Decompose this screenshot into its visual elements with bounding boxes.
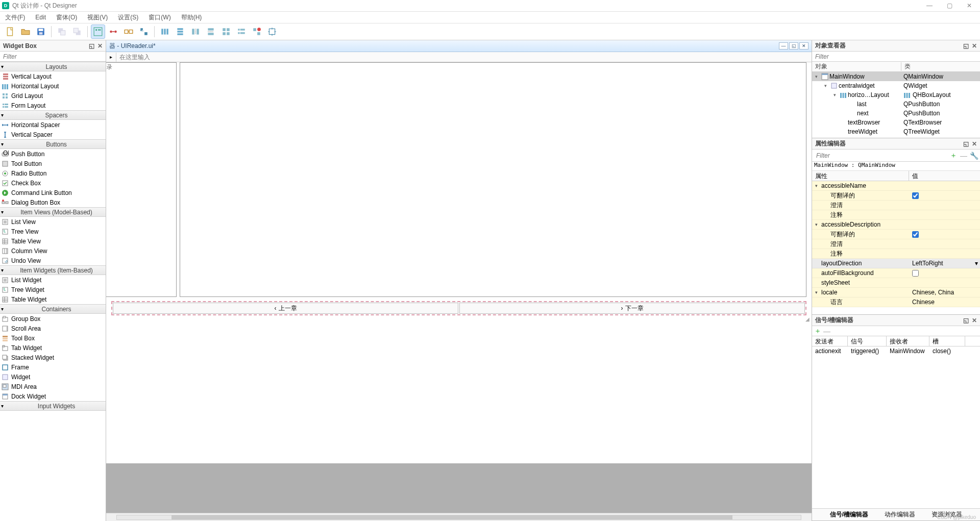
tree-arrow-icon[interactable]: ▾: [834, 92, 839, 97]
bottom-tab[interactable]: 动作编辑器: [883, 509, 917, 520]
edit-taborder-button[interactable]: 1: [137, 24, 151, 39]
chevron-down-icon[interactable]: ▾: [815, 183, 820, 188]
property-row[interactable]: ▾localeChinese, China: [812, 288, 980, 297]
widget-item[interactable]: Frame: [0, 362, 106, 372]
mdi-minimize-button[interactable]: —: [779, 42, 788, 49]
widget-item[interactable]: Column View: [0, 246, 106, 256]
signal-col-sender[interactable]: 发送者: [812, 336, 848, 346]
send-back-button[interactable]: [55, 24, 69, 39]
remove-signal-button[interactable]: —: [823, 327, 830, 335]
add-property-button[interactable]: ＋: [948, 151, 959, 161]
menu-item[interactable]: 帮助(H): [178, 12, 205, 23]
chevron-down-icon[interactable]: ▾: [815, 290, 820, 295]
category-header[interactable]: ▾Buttons: [0, 139, 106, 149]
widget-item[interactable]: Command Link Button: [0, 188, 106, 197]
widget-item[interactable]: Grid Layout: [0, 91, 106, 101]
mdi-close-button[interactable]: ✕: [799, 42, 808, 49]
adjust-size-button[interactable]: [265, 24, 279, 39]
menu-item[interactable]: 窗体(O): [53, 12, 80, 23]
menu-item[interactable]: 设置(S): [115, 12, 141, 23]
mdi-restore-button[interactable]: ◱: [789, 42, 798, 49]
property-col-name[interactable]: 属性: [812, 171, 909, 181]
property-row[interactable]: ▾accessibleDescription: [812, 220, 980, 230]
save-button[interactable]: [34, 24, 48, 39]
object-row[interactable]: textBrowserQTextBrowser: [812, 118, 980, 127]
form-toolbar-input[interactable]: [116, 54, 218, 61]
menu-item[interactable]: 窗口(W): [145, 12, 174, 23]
property-row[interactable]: 语言Chinese: [812, 297, 980, 307]
object-col-name[interactable]: 对象: [812, 62, 901, 71]
layout-form-button[interactable]: [234, 24, 249, 39]
widget-item[interactable]: Horizontal Layout: [0, 81, 106, 91]
widget-item[interactable]: OKPush Button: [0, 149, 106, 159]
edit-buddies-button[interactable]: [121, 24, 136, 39]
widget-item[interactable]: Check Box: [0, 178, 106, 188]
widget-item[interactable]: Tree View: [0, 227, 106, 236]
size-grip-icon[interactable]: ◢: [106, 316, 812, 325]
prev-button[interactable]: ‹上一章: [113, 303, 458, 314]
widget-item[interactable]: Table Widget: [0, 294, 106, 304]
property-filter[interactable]: [813, 152, 948, 159]
property-row[interactable]: 注释: [812, 249, 980, 259]
widget-item[interactable]: Dialog Button Box: [0, 197, 106, 207]
object-row[interactable]: ▾horizo…LayoutQHBoxLayout: [812, 90, 980, 100]
property-combo[interactable]: LeftToRight▾: [912, 260, 980, 267]
widget-item[interactable]: Group Box: [0, 314, 106, 324]
object-row[interactable]: lastQPushButton: [812, 100, 980, 109]
widget-item[interactable]: Scroll Area: [0, 324, 106, 333]
edit-widgets-button[interactable]: [91, 24, 105, 39]
widget-item[interactable]: Form Layout: [0, 101, 106, 110]
property-checkbox[interactable]: [912, 192, 919, 199]
object-inspector-filter[interactable]: [812, 52, 980, 62]
open-file-button[interactable]: [18, 24, 33, 39]
category-header[interactable]: ▾Containers: [0, 304, 106, 314]
category-header[interactable]: ▾Layouts: [0, 62, 106, 71]
widget-item[interactable]: Stacked Widget: [0, 353, 106, 362]
object-row[interactable]: treeWidgetQTreeWidget: [812, 127, 980, 136]
category-header[interactable]: ▾Item Widgets (Item-Based): [0, 265, 106, 275]
bottom-tab[interactable]: 信号/槽编辑器: [828, 509, 870, 520]
tree-widget[interactable]: 录: [106, 62, 177, 297]
widget-item[interactable]: Tool Box: [0, 333, 106, 343]
close-button[interactable]: ✕: [967, 2, 972, 9]
property-row[interactable]: ▾accessibleName: [812, 181, 980, 191]
object-row[interactable]: nextQPushButton: [812, 109, 980, 118]
object-row[interactable]: ▾MainWindowQMainWindow: [812, 72, 980, 81]
layout-vert-splitter-button[interactable]: [204, 24, 218, 39]
category-header[interactable]: ▾Item Views (Model-Based): [0, 207, 106, 217]
signal-rows[interactable]: actionexittriggered()MainWindowclose(): [812, 346, 980, 508]
property-row[interactable]: 澄清: [812, 201, 980, 210]
menu-item[interactable]: Edit: [32, 13, 49, 22]
add-signal-button[interactable]: ＋: [814, 327, 821, 336]
property-row[interactable]: 可翻译的: [812, 230, 980, 239]
new-file-button[interactable]: [3, 24, 17, 39]
widget-item[interactable]: Vertical Layout: [0, 71, 106, 81]
widget-box-list[interactable]: ▾LayoutsVertical LayoutHorizontal Layout…: [0, 62, 106, 521]
widget-item[interactable]: Table View: [0, 236, 106, 246]
layout-grid-button[interactable]: [219, 24, 233, 39]
property-row[interactable]: autoFillBackground: [812, 268, 980, 278]
maximize-button[interactable]: ▢: [947, 2, 952, 9]
bring-front-button[interactable]: [70, 24, 84, 39]
category-header[interactable]: ▾Input Widgets: [0, 401, 106, 411]
widget-item[interactable]: Tab Widget: [0, 343, 106, 353]
property-col-value[interactable]: 值: [909, 171, 921, 181]
layout-horiz-button[interactable]: [158, 24, 172, 39]
close-icon[interactable]: ✕: [972, 317, 977, 324]
property-row[interactable]: layoutDirectionLeftToRight▾: [812, 259, 980, 268]
widget-item[interactable]: List View: [0, 217, 106, 227]
widget-item[interactable]: Horizontal Spacer: [0, 120, 106, 130]
config-property-button[interactable]: 🔧: [969, 151, 979, 161]
property-checkbox[interactable]: [912, 270, 919, 277]
property-checkbox[interactable]: [912, 231, 919, 238]
close-icon[interactable]: ✕: [97, 42, 103, 49]
close-icon[interactable]: ✕: [972, 140, 977, 147]
horizontal-layout[interactable]: ‹上一章 ›下一章: [111, 301, 806, 315]
chevron-down-icon[interactable]: ▾: [815, 222, 820, 227]
next-button[interactable]: ›下一章: [459, 303, 805, 314]
form-canvas[interactable]: 录 ‹上一章 ›下一章 ◢: [106, 62, 812, 463]
minimize-button[interactable]: —: [926, 2, 933, 9]
signal-col-receiver[interactable]: 接收者: [887, 336, 929, 346]
widget-item[interactable]: Undo View: [0, 256, 106, 265]
form-menu-icon[interactable]: ▸: [106, 53, 116, 62]
